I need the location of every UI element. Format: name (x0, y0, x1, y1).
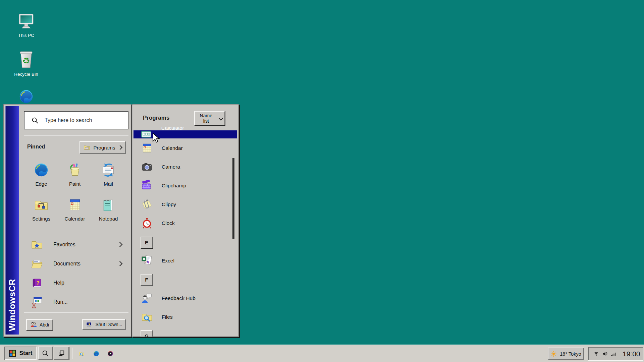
program-item-calendar[interactable]: Calendar (133, 139, 237, 158)
program-item-camera[interactable]: Camera (133, 158, 237, 176)
volume-icon (602, 351, 608, 357)
edge-icon (34, 163, 49, 177)
folder-magnifier-icon (78, 349, 85, 358)
desktop-icon-recycle-bin[interactable]: Recycle Bin (9, 50, 44, 77)
desktop-icon-label: Recycle Bin (9, 72, 44, 77)
brand-label: WindowsCR (7, 279, 17, 331)
program-item-label: Excel (162, 258, 174, 264)
program-item-label: Feedback Hub (162, 295, 196, 301)
wifi-icon (593, 351, 599, 357)
mail-icon (101, 163, 116, 177)
recycle-bin-icon (18, 50, 34, 69)
start-button-label: Start (19, 350, 33, 357)
desktop-icon-this-pc[interactable]: This PC (9, 13, 44, 38)
clapperboard-icon (141, 180, 153, 192)
calendar-icon (141, 142, 153, 154)
pinned-header: Pinned (27, 144, 45, 150)
pinned-app-mail[interactable]: Mail (92, 163, 125, 197)
menu-item-run[interactable]: Run... (24, 292, 128, 311)
quick-launch-files[interactable] (76, 349, 87, 359)
alarm-clock-icon (141, 217, 153, 229)
desktop-icon-edge[interactable] (9, 89, 44, 104)
program-item-excel[interactable]: Excel (133, 251, 237, 270)
sun-icon (550, 351, 557, 357)
letter-header-f[interactable]: F (141, 274, 153, 286)
menu-item-label: Run... (53, 299, 68, 305)
program-item-files[interactable]: Files (133, 308, 237, 326)
start-menu-banner: WindowsCR (5, 106, 19, 335)
program-item-clippy[interactable]: Clippy (133, 195, 237, 214)
pinned-app-label: Mail (104, 181, 113, 187)
search-icon (42, 350, 49, 357)
programs-panel-title: Programs (143, 115, 169, 121)
quick-launch-edge[interactable] (91, 349, 101, 359)
pinned-app-paint[interactable]: Paint (58, 163, 92, 197)
menu-item-documents[interactable]: Documents (24, 254, 128, 273)
documents-icon (31, 257, 43, 270)
feedback-icon (141, 292, 153, 304)
shutdown-icon (86, 321, 92, 328)
taskbar-clock[interactable]: 19:00 (623, 350, 640, 358)
pinned-app-label: Edge (35, 181, 47, 187)
notepad-icon (101, 197, 116, 212)
shutdown-button-label: Shut Down... (95, 322, 122, 327)
pinned-app-label: Notepad (99, 216, 118, 222)
letter-header-g[interactable]: G (141, 330, 153, 337)
chevron-right-icon (117, 145, 122, 150)
search-box[interactable] (24, 111, 128, 129)
chevron-right-icon (117, 261, 123, 266)
media-player-icon (107, 349, 113, 358)
quick-launch-media-player[interactable] (105, 349, 115, 359)
this-pc-icon (17, 13, 35, 30)
system-tray[interactable]: 19:00 (588, 347, 643, 361)
program-item-label: Camera (162, 164, 180, 170)
weather-label: 18° Tokyo (560, 351, 581, 357)
chevron-down-icon (218, 116, 223, 121)
calendar-icon (67, 197, 82, 212)
help-icon (31, 277, 43, 289)
edge-icon (93, 349, 99, 358)
program-item-label: Clock (162, 220, 175, 226)
settings-icon (34, 197, 49, 212)
program-item-feedback-hub[interactable]: Feedback Hub (133, 289, 237, 308)
excel-icon (141, 255, 153, 267)
shutdown-button[interactable]: Shut Down... (82, 319, 126, 330)
menu-item-label: Favorites (53, 242, 75, 248)
run-icon (31, 296, 43, 308)
search-input[interactable] (44, 117, 122, 124)
taskbar-search-button[interactable] (38, 347, 53, 360)
user-button[interactable]: Abdi (26, 319, 53, 330)
menu-item-label: Documents (53, 261, 80, 267)
scrollbar-thumb[interactable] (232, 158, 234, 239)
program-item-label: Calendar (162, 145, 183, 151)
desktop-icon-label: This PC (9, 33, 44, 38)
pinned-grid: Edge Paint Mail Settings Calendar Notepa… (24, 163, 125, 232)
sort-dropdown[interactable]: Name list (194, 111, 225, 125)
camera-icon (141, 161, 153, 173)
pinned-app-calendar[interactable]: Calendar (58, 197, 92, 232)
folder-magnifier-icon (141, 311, 153, 323)
program-item-clock[interactable]: Clock (133, 214, 237, 233)
pinned-app-edge[interactable]: Edge (24, 163, 58, 197)
folder-icon (84, 144, 90, 151)
start-menu: WindowsCR Pinned Programs Edge Paint (3, 104, 131, 337)
menu-item-help[interactable]: Help (24, 273, 128, 292)
weather-widget[interactable]: 18° Tokyo (548, 348, 584, 360)
program-item-clipchamp[interactable]: Clipchamp (133, 176, 237, 195)
menu-item-label: Help (53, 280, 64, 286)
favorites-icon (31, 238, 43, 251)
pinned-app-label: Paint (69, 181, 80, 187)
paint-icon (67, 163, 82, 177)
pinned-app-settings[interactable]: Settings (24, 197, 58, 232)
program-item-label-clipped: Calculator (161, 127, 184, 131)
program-item-label: Clipchamp (162, 183, 186, 189)
paperclip-icon (141, 198, 153, 210)
programs-button[interactable]: Programs (79, 141, 126, 154)
menu-item-favorites[interactable]: Favorites (24, 235, 128, 254)
taskbar-divider (72, 348, 72, 359)
task-view-button[interactable] (54, 347, 69, 360)
letter-header-e[interactable]: E (141, 237, 153, 248)
pinned-app-notepad[interactable]: Notepad (92, 197, 125, 232)
divider (24, 312, 128, 313)
start-button[interactable]: Start (4, 347, 37, 360)
